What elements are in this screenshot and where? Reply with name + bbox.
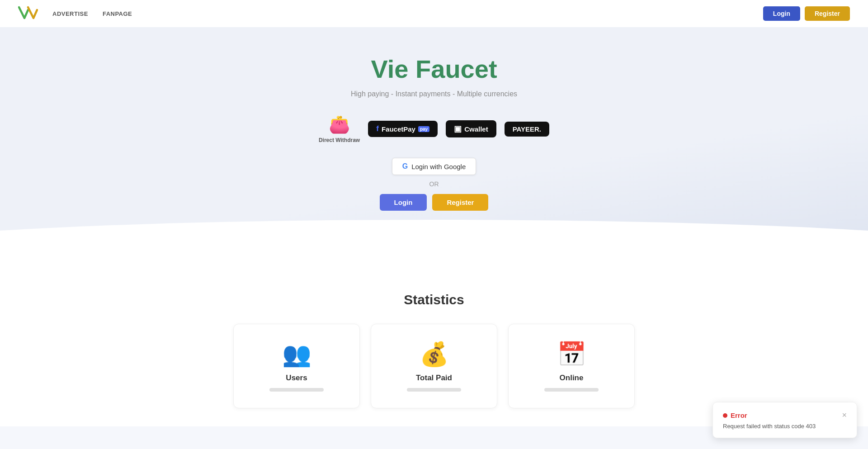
nav-fanpage[interactable]: FANPAGE [103,10,132,17]
payeer-badge[interactable]: PAYEER. [505,122,549,137]
navbar-register-button[interactable]: Register [805,6,850,21]
wallet-icon: 👛 [329,114,350,134]
google-login-label: Login with Google [411,163,466,170]
toast-title: Error [723,411,747,419]
nav-advertise[interactable]: ADVERTISE [52,10,88,17]
faucetpay-label: FaucetPay [382,125,415,133]
hero-title: Vie Faucet [9,54,859,84]
faucetpay-badge[interactable]: f FaucetPay pay [368,121,438,137]
stat-total-paid-label: Total Paid [416,373,452,383]
stat-card-users: 👥 Users [233,324,360,408]
payment-methods-row: 👛 Direct Withdraw f FaucetPay pay ▣ Cwal… [9,114,859,143]
cwallet-badge[interactable]: ▣ Cwallet [446,120,496,137]
cwallet-label: Cwallet [464,125,488,133]
google-login-button[interactable]: G Login with Google [392,158,476,175]
toast-title-text: Error [731,411,747,419]
stat-online-label: Online [560,373,584,383]
stat-card-total-paid: 💰 Total Paid [371,324,497,408]
navbar-left: ADVERTISE FANPAGE [18,5,132,22]
logo [18,5,38,22]
direct-withdraw-item[interactable]: 👛 Direct Withdraw [319,114,360,143]
toast-header: Error × [723,411,847,420]
navbar: ADVERTISE FANPAGE Login Register [0,0,868,27]
direct-withdraw-label: Direct Withdraw [319,137,360,143]
toast-error-dot [723,413,727,418]
or-divider: OR [429,180,439,188]
stats-row: 👥 Users 💰 Total Paid 📅 Online [9,324,859,408]
hero-login-button[interactable]: Login [380,194,427,211]
statistics-title: Statistics [9,292,859,307]
auth-area: G Login with Google OR Login Register [9,158,859,211]
toast-message: Request failed with status code 403 [723,423,847,430]
google-icon: G [402,162,408,170]
hero-section: Vie Faucet High paying - Instant payment… [0,27,868,265]
total-paid-icon: 💰 [420,340,449,368]
stat-users-bar [269,388,324,392]
stat-users-label: Users [286,373,307,383]
stat-card-online: 📅 Online [508,324,635,408]
toast-close-button[interactable]: × [842,411,847,420]
stat-online-bar [544,388,599,392]
navbar-login-button[interactable]: Login [763,6,800,21]
users-icon: 👥 [282,340,311,368]
payeer-label: PAYEER. [513,125,541,133]
hero-register-button[interactable]: Register [432,194,488,211]
faucetpay-f-icon: f [376,124,379,133]
navbar-right: Login Register [763,6,850,21]
online-icon: 📅 [557,340,586,368]
error-toast: Error × Request failed with status code … [712,402,857,438]
stat-total-paid-bar [407,388,461,392]
auth-buttons-row: Login Register [380,194,489,211]
hero-subtitle: High paying - Instant payments - Multipl… [9,90,859,98]
cwallet-icon: ▣ [454,124,462,134]
faucetpay-pay-badge: pay [418,126,429,132]
